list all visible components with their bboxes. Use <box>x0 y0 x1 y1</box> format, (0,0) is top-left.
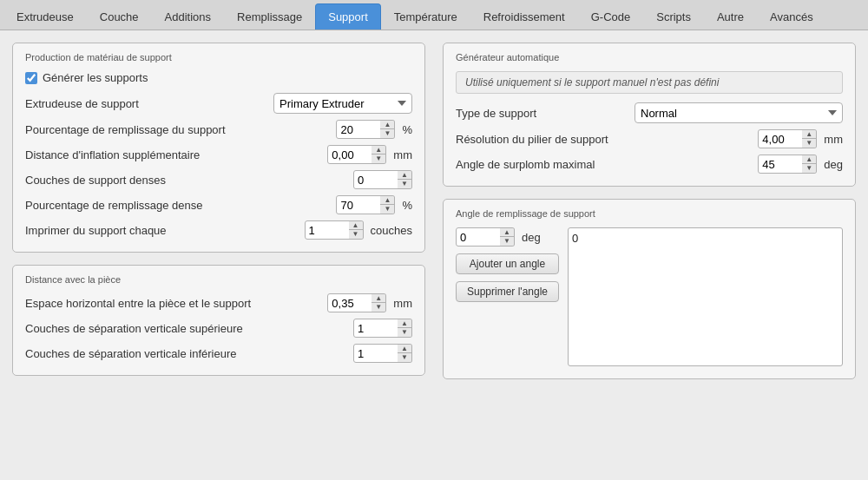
tab-extrudeuse[interactable]: Extrudeuse <box>3 3 87 30</box>
horiz-space-label: Espace horizontal entre la pièce et le s… <box>25 297 251 310</box>
tab-refroidissement[interactable]: Refroidissement <box>470 3 578 30</box>
left-panel: Production de matériau de support Génére… <box>12 43 425 379</box>
vert-sep-bot-down[interactable]: ▼ <box>398 353 411 362</box>
tab-gcode[interactable]: G-Code <box>578 3 644 30</box>
main-content: Production de matériau de support Génére… <box>0 30 868 391</box>
dense-layers-down[interactable]: ▼ <box>398 180 411 188</box>
inflation-down[interactable]: ▼ <box>372 155 385 163</box>
vert-sep-top-up[interactable]: ▲ <box>398 319 411 328</box>
print-every-row: Imprimer du support chaque ▲ ▼ couches <box>25 220 412 240</box>
dense-fill-down[interactable]: ▼ <box>380 205 394 214</box>
overhang-angle-label: Angle de surplomb maximal <box>456 158 595 171</box>
print-every-unit: couches <box>371 224 412 237</box>
tab-additions[interactable]: Additions <box>152 3 224 30</box>
horiz-space-stepper: ▲ ▼ <box>372 293 386 312</box>
dense-fill-label: Pourcentage de remplissage dense <box>25 199 203 212</box>
horiz-space-unit: mm <box>393 297 412 310</box>
angle-section: ▲ ▼ deg Ajouter un angle Supprimer l'ang… <box>456 227 843 366</box>
horiz-space-up[interactable]: ▲ <box>372 294 385 303</box>
print-every-down[interactable]: ▼ <box>349 230 363 239</box>
overhang-angle-down[interactable]: ▼ <box>802 164 816 173</box>
dense-layers-row: Couches de support denses ▲ ▼ <box>25 170 412 189</box>
vert-sep-top-stepper: ▲ ▼ <box>398 319 412 338</box>
overhang-angle-row: Angle de surplomb maximal ▲ ▼ deg <box>456 155 843 174</box>
dense-layers-input-wrap: ▲ ▼ <box>353 170 412 189</box>
angle-input[interactable] <box>456 227 501 247</box>
pillar-res-stepper: ▲ ▼ <box>802 129 817 148</box>
overhang-angle-stepper: ▲ ▼ <box>802 155 817 174</box>
dense-layers-up[interactable]: ▲ <box>398 171 411 180</box>
pillar-res-input-wrap: ▲ ▼ <box>758 129 817 148</box>
angle-controls: ▲ ▼ deg Ajouter un angle Supprimer l'ang… <box>456 227 559 366</box>
overhang-angle-input[interactable] <box>758 155 803 174</box>
dense-layers-label: Couches de support denses <box>25 174 166 187</box>
extruder-select-wrap: Primary Extruder Secondary Extruder <box>273 93 412 114</box>
print-every-stepper: ▲ ▼ <box>349 220 364 240</box>
dense-layers-input[interactable] <box>353 170 398 189</box>
dense-fill-input-wrap: ▲ ▼ <box>336 195 395 214</box>
print-every-input-wrap: ▲ ▼ <box>305 220 364 240</box>
tab-support[interactable]: Support <box>315 3 381 30</box>
generate-supports-row: Générer les supports <box>25 71 412 84</box>
tab-bar: ExtrudeuseCoucheAdditionsRemplissageSupp… <box>0 0 868 30</box>
vert-sep-bot-up[interactable]: ▲ <box>398 345 411 353</box>
auto-gen-note: Utilisé uniquement si le support manuel … <box>456 71 843 94</box>
angle-input-row: ▲ ▼ deg <box>456 227 559 247</box>
print-every-input[interactable] <box>305 220 350 240</box>
inflation-row: Distance d'inflation supplémentaire ▲ ▼ … <box>25 145 412 164</box>
overhang-angle-up[interactable]: ▲ <box>802 155 816 164</box>
vert-sep-top-input[interactable] <box>353 319 398 338</box>
fill-pct-unit: % <box>402 123 412 136</box>
dense-layers-stepper: ▲ ▼ <box>398 170 412 189</box>
horiz-space-down[interactable]: ▼ <box>372 303 385 312</box>
print-every-up[interactable]: ▲ <box>349 221 363 230</box>
vert-sep-top-input-wrap: ▲ ▼ <box>353 319 412 338</box>
horiz-space-input[interactable] <box>327 293 372 312</box>
pillar-res-input[interactable] <box>758 129 803 148</box>
tab-avances[interactable]: Avancés <box>757 3 826 30</box>
section-distance-title: Distance avec la pièce <box>25 274 412 285</box>
section-production: Production de matériau de support Génére… <box>12 43 425 253</box>
section-auto-gen-title: Générateur automatique <box>456 52 843 62</box>
pillar-res-label: Résolution du pilier de support <box>456 133 608 146</box>
inflation-input-wrap: ▲ ▼ <box>327 145 386 164</box>
angle-up[interactable]: ▲ <box>500 228 514 237</box>
tab-autre[interactable]: Autre <box>704 3 757 30</box>
section-fill-angle-title: Angle de remplissage de support <box>456 208 843 219</box>
support-type-select[interactable]: Normal From Bed Only Everywhere <box>635 102 843 123</box>
vert-sep-bot-row: Couches de séparation verticale inférieu… <box>25 344 412 363</box>
pillar-res-row: Résolution du pilier de support ▲ ▼ mm <box>456 129 843 148</box>
tab-scripts[interactable]: Scripts <box>643 3 704 30</box>
angle-down[interactable]: ▼ <box>500 237 514 246</box>
right-panel: Générateur automatique Utilisé uniquemen… <box>443 43 856 379</box>
fill-pct-down[interactable]: ▼ <box>380 129 394 138</box>
tab-remplissage[interactable]: Remplissage <box>224 3 315 30</box>
inflation-stepper: ▲ ▼ <box>372 145 386 164</box>
fill-pct-up[interactable]: ▲ <box>380 121 394 129</box>
angle-list-box[interactable]: 0 <box>568 227 843 366</box>
pillar-res-up[interactable]: ▲ <box>802 130 816 139</box>
generate-supports-checkbox[interactable] <box>25 72 37 84</box>
fill-pct-stepper: ▲ ▼ <box>380 120 395 139</box>
extruder-label: Extrudeuse de support <box>25 97 139 110</box>
add-angle-button[interactable]: Ajouter un angle <box>456 253 559 274</box>
vert-sep-bot-input-wrap: ▲ ▼ <box>353 344 412 363</box>
remove-angle-button[interactable]: Supprimer l'angle <box>456 281 559 302</box>
tab-temperature[interactable]: Température <box>381 3 470 30</box>
pillar-res-unit: mm <box>824 133 843 146</box>
vert-sep-bot-input[interactable] <box>353 344 398 363</box>
inflation-up[interactable]: ▲ <box>372 146 385 155</box>
inflation-label: Distance d'inflation supplémentaire <box>25 148 200 161</box>
vert-sep-top-down[interactable]: ▼ <box>398 328 411 337</box>
inflation-input[interactable] <box>327 145 372 164</box>
support-type-label: Type de support <box>456 107 536 120</box>
dense-fill-input[interactable] <box>336 195 381 214</box>
dense-fill-stepper: ▲ ▼ <box>380 195 395 214</box>
section-production-title: Production de matériau de support <box>25 52 412 62</box>
dense-fill-up[interactable]: ▲ <box>380 196 394 205</box>
angle-stepper: ▲ ▼ <box>500 227 515 247</box>
pillar-res-down[interactable]: ▼ <box>802 139 816 148</box>
extruder-select[interactable]: Primary Extruder Secondary Extruder <box>273 93 412 114</box>
fill-pct-input[interactable] <box>336 120 381 139</box>
tab-couche[interactable]: Couche <box>87 3 152 30</box>
